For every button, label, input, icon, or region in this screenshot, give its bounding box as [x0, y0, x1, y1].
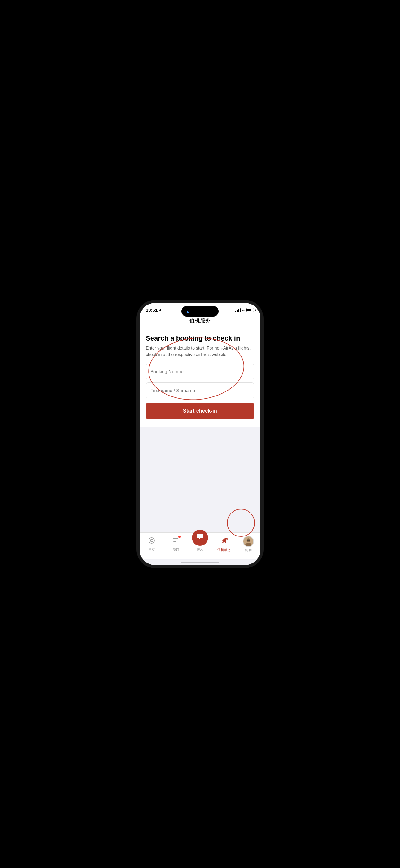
signal-icon — [235, 308, 241, 312]
booking-badge — [178, 535, 181, 538]
search-description: Enter your flight details to start. For … — [146, 345, 254, 358]
status-time: 13:51 ◀ — [146, 307, 161, 313]
status-icons: ≈ — [235, 308, 254, 313]
empty-content-area — [139, 427, 261, 532]
nav-item-chat[interactable]: 聊天 — [188, 537, 212, 552]
bottom-nav: 首页 预订 — [139, 532, 261, 559]
nav-label-account: 帐户 — [245, 548, 252, 553]
nav-app-icon: ▲ — [186, 309, 190, 314]
svg-point-1 — [151, 539, 153, 542]
home-icon — [148, 537, 155, 546]
start-checkin-button[interactable]: Start check-in — [146, 403, 254, 420]
svg-rect-3 — [173, 540, 178, 540]
wifi-icon: ≈ — [242, 308, 245, 313]
nav-item-home[interactable]: 首页 — [139, 537, 164, 552]
nav-item-account[interactable]: 帐户 — [236, 536, 261, 553]
battery-icon — [246, 308, 254, 312]
page-title: 值机服务 — [190, 318, 210, 323]
checkin-icon: ✓ — [220, 536, 228, 547]
nav-label-chat: 聊天 — [197, 547, 203, 552]
home-indicator — [139, 559, 261, 565]
chat-icon — [196, 533, 204, 542]
search-section: Search a booking to check in Enter your … — [139, 328, 261, 427]
booking-number-input[interactable] — [146, 364, 254, 379]
svg-rect-2 — [173, 538, 178, 539]
svg-point-0 — [149, 538, 155, 543]
nav-label-checkin: 值机服务 — [218, 548, 231, 552]
nav-label-booking: 预订 — [172, 547, 179, 552]
nav-item-booking[interactable]: 预订 — [164, 537, 188, 552]
main-content: Search a booking to check in Enter your … — [139, 328, 261, 532]
search-heading: Search a booking to check in — [146, 334, 254, 342]
nav-item-checkin[interactable]: ✓ 值机服务 — [212, 536, 236, 552]
svg-text:✓: ✓ — [226, 538, 227, 540]
chat-button[interactable] — [192, 530, 208, 546]
status-bar: 13:51 ◀ ▲ ≈ — [139, 303, 261, 315]
svg-rect-10 — [246, 540, 248, 541]
booking-icon — [172, 537, 179, 546]
nav-label-home: 首页 — [148, 547, 155, 552]
svg-rect-4 — [173, 541, 176, 542]
page-title-bar: 值机服务 — [139, 315, 261, 328]
name-input[interactable] — [146, 382, 254, 398]
svg-rect-11 — [248, 540, 249, 541]
avatar — [243, 536, 254, 547]
dynamic-island: ▲ — [181, 306, 219, 317]
location-icon: ◀ — [159, 308, 161, 312]
